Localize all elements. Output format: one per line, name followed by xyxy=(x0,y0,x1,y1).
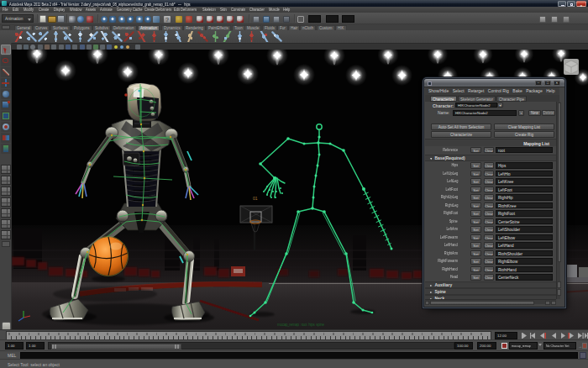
svg-text:01: 01 xyxy=(253,196,258,201)
svg-text:mocap_remap : root hips spin: mocap_remap : root hips spine xyxy=(277,323,324,327)
